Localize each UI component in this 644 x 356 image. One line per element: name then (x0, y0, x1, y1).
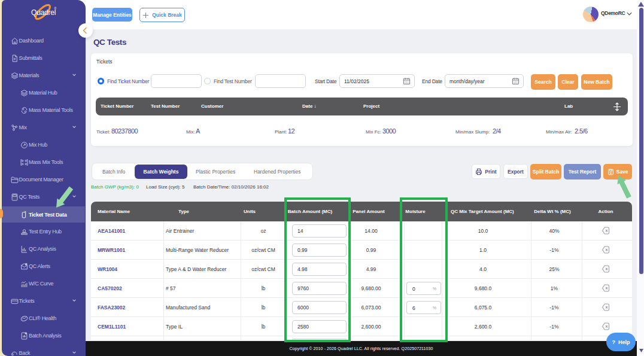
svg-text:Quadrel: Quadrel (31, 8, 56, 17)
svg-text:®: ® (54, 7, 56, 10)
